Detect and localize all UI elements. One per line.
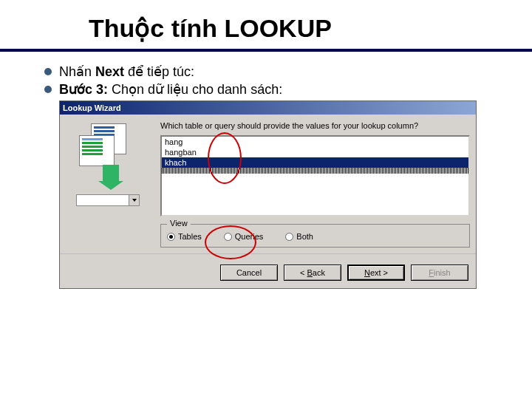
groupbox-legend: View — [167, 219, 191, 228]
next-button[interactable]: Next > — [347, 265, 405, 281]
radio-icon — [167, 233, 175, 241]
list-item[interactable]: hang — [162, 137, 468, 147]
radio-icon — [224, 233, 232, 241]
text: để tiếp túc: — [124, 64, 194, 79]
wizard-prompt: Which table or query should provide the … — [160, 120, 470, 131]
window-title: Lookup Wizard — [63, 103, 121, 112]
radio-icon — [285, 233, 293, 241]
slide-title: Thuộc tính LOOKUP — [0, 0, 532, 49]
finish-button: Finish — [411, 265, 468, 281]
text-bold: Bước 3: — [59, 82, 108, 97]
list-item[interactable]: hangban — [162, 147, 468, 157]
text-bold: Next — [95, 64, 124, 79]
wizard-graphic — [66, 120, 153, 224]
radio-tables[interactable]: Tables — [167, 232, 202, 241]
window-titlebar[interactable]: Lookup Wizard — [60, 101, 476, 115]
radio-label: Tables — [178, 232, 202, 241]
list-item[interactable]: khach — [162, 157, 468, 168]
button-label: Cancel — [236, 268, 262, 277]
radio-label: Both — [296, 232, 313, 241]
bullet-item: Bước 3: Chọn dữ liệu cho danh sách: — [44, 81, 502, 98]
wizard-button-row: Cancel < Back Next > Finish — [60, 253, 476, 288]
listbox-noise — [162, 168, 468, 174]
table-listbox[interactable]: hang hangban khach — [160, 135, 470, 216]
cancel-button[interactable]: Cancel — [220, 265, 278, 281]
wizard-body: Which table or query should provide the … — [60, 115, 476, 248]
chevron-down-icon — [129, 195, 139, 205]
button-label: Finish — [429, 268, 450, 277]
button-label: < Back — [300, 268, 325, 277]
arrow-down-icon — [103, 165, 119, 181]
view-groupbox: View Tables Queries Both — [160, 224, 470, 248]
back-button[interactable]: < Back — [284, 265, 341, 281]
bullet-list: Nhấn Next để tiếp túc: Bước 3: Chọn dữ l… — [0, 52, 532, 106]
wizard-window: Lookup Wizard Which table or query shoul… — [59, 100, 477, 289]
text: Chọn dữ liệu cho danh sách: — [108, 82, 282, 97]
radio-both[interactable]: Both — [285, 232, 313, 241]
bullet-item: Nhấn Next để tiếp túc: — [44, 64, 502, 80]
text: Nhấn — [59, 64, 95, 79]
bullet-text: Nhấn Next để tiếp túc: — [59, 64, 194, 80]
combo-graphic — [76, 194, 140, 206]
bullet-dot-icon — [44, 86, 52, 93]
radio-queries[interactable]: Queries — [224, 232, 264, 241]
button-label: Next > — [364, 268, 388, 277]
bullet-dot-icon — [44, 68, 52, 75]
sheet-icon — [79, 135, 115, 166]
radio-label: Queries — [235, 232, 264, 241]
wizard-main: Which table or query should provide the … — [153, 120, 470, 248]
bullet-text: Bước 3: Chọn dữ liệu cho danh sách: — [59, 81, 282, 98]
